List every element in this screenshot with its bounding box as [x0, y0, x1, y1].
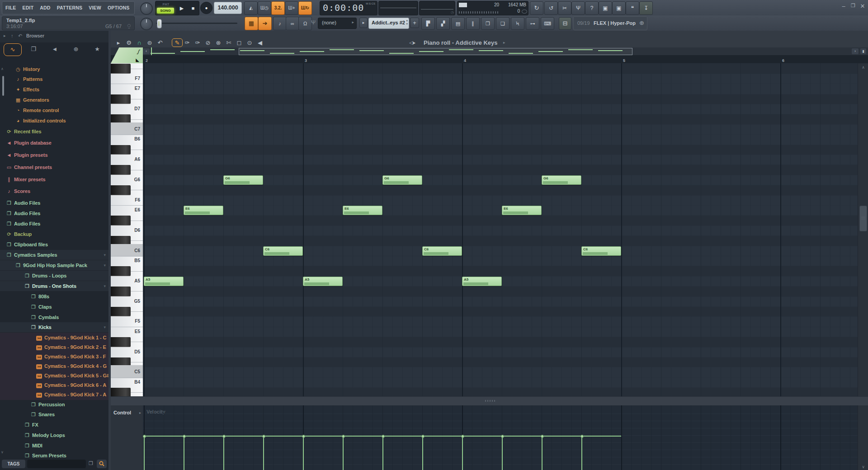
pattern-prev-button[interactable]: ▸ [359, 18, 368, 28]
select-icon[interactable]: ◻ [234, 38, 244, 47]
tree-item-audio-files[interactable]: ❐Audio Files [5, 209, 40, 218]
tree-item-effects[interactable]: ✦Effects [14, 85, 39, 94]
master-volume-knob[interactable] [140, 2, 153, 15]
piano-roll-icon[interactable]: ▞ [436, 17, 450, 30]
velocity-node-beat3[interactable] [262, 435, 265, 438]
tree-item-fx[interactable]: ❐FX [24, 420, 38, 429]
up-icon[interactable]: ↑ [11, 33, 14, 38]
tree-item-cymatics-samples[interactable]: ❐Cymatics Samples [5, 250, 57, 259]
app-minimize-button[interactable]: – [839, 3, 848, 9]
chevron-right-icon[interactable]: ▸ [139, 411, 141, 415]
tree-item-audio-files[interactable]: ❐Audio Files [5, 198, 40, 207]
note-g6-beat2[interactable]: G6 [223, 175, 263, 185]
tab-online[interactable]: ⊕ [67, 43, 85, 55]
app-close-button[interactable]: ✕ [858, 3, 867, 9]
black-key-as5[interactable] [111, 266, 131, 276]
playback-icon[interactable]: ◀ [255, 38, 265, 47]
velocity-stem-beat9[interactable] [502, 436, 503, 470]
pitch-slider-track[interactable] [156, 23, 237, 24]
expand-arrow-icon[interactable]: ▾ [104, 263, 106, 268]
tree-item-snares[interactable]: ❐Snares [30, 410, 55, 419]
note-a5-beat4[interactable]: A5 [303, 277, 343, 286]
velocity-stem-beat10[interactable] [542, 436, 542, 470]
back-icon[interactable]: ↶ [18, 33, 22, 39]
menu-view[interactable]: VIEW [85, 2, 104, 14]
tree-item-clipboard-files[interactable]: ❐Clipboard files [5, 240, 48, 249]
tree-scroll-down-icon[interactable]: ∨ [1, 450, 4, 454]
note-e6-beat5[interactable]: E6 [343, 206, 382, 215]
pane-splitter[interactable] [111, 396, 868, 406]
note-g6-beat10[interactable]: G6 [542, 175, 581, 185]
undo-icon[interactable]: ↶ [155, 38, 165, 47]
tree-item-patterns[interactable]: ♪Patterns [14, 75, 42, 84]
tree-item-808s[interactable]: ❐808s [30, 292, 49, 301]
tree-item-percussion[interactable]: ❐Percussion [30, 400, 65, 409]
velocity-node-beat1[interactable] [183, 435, 186, 438]
tree-item-cymatics-9god-kick-4-g[interactable]: ↦Cymatics - 9God Kick 4 - G [36, 362, 107, 371]
paint-brush-icon[interactable]: ✑ [182, 38, 192, 47]
song-mode-button[interactable]: SONG [157, 8, 174, 14]
tree-scroll-up-icon[interactable]: ∧ [1, 67, 4, 71]
tab-plugin-database[interactable]: ◄ [46, 43, 63, 55]
plugin-picker-icon[interactable]: ❏ [496, 17, 509, 30]
black-key-as4[interactable] [111, 388, 131, 396]
note-c6-beat7[interactable]: C6 [422, 246, 462, 256]
tree-item-cymatics-9god-kick-1-c[interactable]: ↦Cymatics - 9God Kick 1 - C [36, 333, 106, 342]
touch-icon[interactable]: ⊶ [526, 17, 539, 30]
preview-scroll-right-button[interactable]: › [852, 48, 859, 54]
note-c6-beat11[interactable]: C6 [581, 246, 621, 256]
velocity-scrollbar[interactable]: ∨ [858, 405, 868, 470]
tree-item-cymatics-9god-kick-3-f[interactable]: ↦Cymatics - 9God Kick 3 - F [36, 352, 106, 361]
delete-icon[interactable]: ⊘ [203, 38, 213, 47]
feedback-icon[interactable]: ❝ [626, 1, 639, 15]
countdown-precount-icon[interactable]: 3.2. [271, 1, 285, 15]
export-icon[interactable]: ↧ [639, 1, 653, 15]
tab-plugins[interactable]: ∿ [4, 43, 22, 56]
time-panel[interactable]: 0:00:00 M:S:CS [320, 1, 377, 15]
tree-scrollbar[interactable] [2, 76, 4, 96]
tags-search-input[interactable] [27, 460, 86, 468]
pattern-selector[interactable]: Addict..eys #2 ▴▾ [368, 18, 409, 29]
mute-icon[interactable]: ⊗ [213, 38, 223, 47]
tree-item-backup[interactable]: ⟳Backup [5, 230, 32, 239]
tree-item-history[interactable]: ◷History [14, 65, 40, 74]
tree-item-recent-files[interactable]: ⟳Recent files [5, 127, 42, 136]
menu-options[interactable]: OPTIONS [104, 2, 133, 14]
note-c6-beat3[interactable]: C6 [263, 246, 303, 256]
menu-file[interactable]: FILE [2, 2, 19, 14]
expand-arrow-icon[interactable]: ▾ [104, 253, 106, 257]
tree-item-plugin-database[interactable]: ◄Plugin database [5, 138, 52, 147]
velocity-stem-beat11[interactable] [581, 436, 582, 470]
tab-favorites[interactable]: ★ [89, 43, 106, 55]
tree-item-claps[interactable]: ❐Claps [30, 302, 52, 311]
velocity-node-beat10[interactable] [541, 435, 544, 438]
black-key-as6[interactable] [111, 145, 131, 155]
black-key-ds7[interactable] [111, 94, 131, 104]
app-maximize-button[interactable]: ❐ [849, 3, 858, 9]
tree-item-melody-loops[interactable]: ❐Melody Loops [24, 431, 65, 440]
loop-recording-icon[interactable]: Ш↻ [298, 1, 312, 15]
scrollbar-thumb[interactable] [859, 206, 867, 231]
velocity-stem-beat0[interactable] [144, 436, 145, 470]
note-a5-beat0[interactable]: A5 [144, 277, 184, 286]
black-key-ds6[interactable] [111, 216, 131, 225]
tree-item-drums-loops[interactable]: ❐Drums - Loops [24, 271, 66, 280]
note-e6-beat9[interactable]: E6 [502, 206, 542, 215]
velocity-stem-beat2[interactable] [223, 436, 224, 470]
velocity-node-beat2[interactable] [222, 435, 226, 438]
piano-keyboard[interactable]: F7E7D7C7B6A6G6F6E6D6C6B5A5G5F5E5D5C5B4 [111, 63, 143, 396]
metronome-icon[interactable]: ◭ [244, 1, 258, 15]
menu-icon[interactable]: ⊜ [145, 38, 155, 47]
preview-zoom-button[interactable]: ▮ [860, 48, 866, 54]
menu-edit[interactable]: EDIT [19, 2, 37, 14]
tree-item-cymatics-9god-kick-5-g-[interactable]: ↦Cymatics - 9God Kick 5 - G# [36, 371, 108, 380]
pitch-slider-handle[interactable] [157, 19, 162, 28]
menu-add[interactable]: ADD [37, 2, 53, 14]
folder-icon[interactable]: ❐ [89, 461, 93, 466]
tree-item-plugin-presets[interactable]: ◄Plugin presets [5, 150, 47, 160]
cut-icon[interactable]: ✂ [558, 1, 571, 15]
record-button[interactable]: ● [200, 2, 212, 14]
black-key-fs5[interactable] [111, 307, 131, 316]
tree-item-cymbals[interactable]: ❐Cymbals [30, 313, 59, 322]
velocity-node-beat9[interactable] [501, 435, 504, 438]
